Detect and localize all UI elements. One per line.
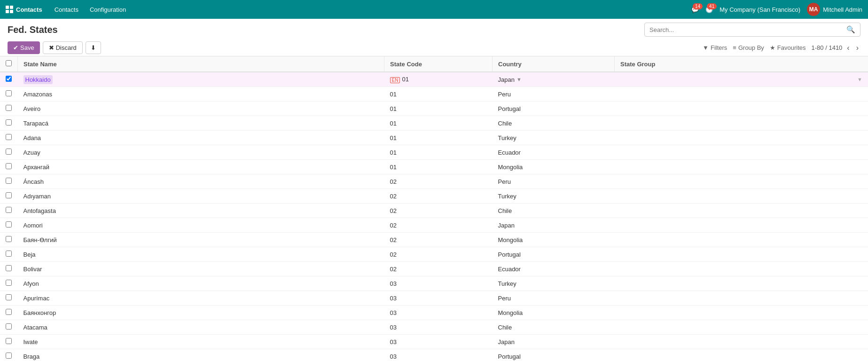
cell-country[interactable]: Chile — [493, 204, 615, 218]
row-checkbox[interactable] — [6, 76, 12, 82]
cell-state-name[interactable]: Hokkaido — [18, 72, 384, 87]
activity-badge[interactable]: 🕐 41 — [705, 6, 713, 13]
cell-country[interactable]: Japan — [493, 335, 615, 349]
cell-state-name[interactable]: Atacama — [18, 320, 384, 335]
row-checkbox[interactable] — [6, 90, 12, 96]
cell-state-group[interactable] — [615, 189, 868, 204]
cell-state-name[interactable]: Apurímac — [18, 291, 384, 306]
app-logo[interactable]: Contacts — [6, 6, 42, 13]
cell-state-group[interactable] — [615, 131, 868, 145]
cell-country[interactable]: Portugal — [493, 102, 615, 116]
row-checkbox[interactable] — [6, 178, 12, 184]
cell-state-group[interactable] — [615, 262, 868, 276]
cell-state-name[interactable]: Iwate — [18, 335, 384, 349]
cell-country[interactable]: Peru — [493, 174, 615, 189]
cell-country[interactable]: Japan — [493, 218, 615, 233]
save-button[interactable]: ✔ Save — [8, 41, 40, 54]
cell-state-group[interactable] — [615, 87, 868, 102]
cell-state-group[interactable] — [615, 160, 868, 174]
cell-state-name[interactable]: Adıyaman — [18, 189, 384, 204]
cell-state-group[interactable] — [615, 306, 868, 320]
cell-country[interactable]: Japan▼ — [493, 72, 615, 87]
cell-country[interactable]: Turkey — [493, 189, 615, 204]
download-button[interactable]: ⬇ — [86, 41, 101, 54]
cell-country[interactable]: Mongolia — [493, 160, 615, 174]
cell-state-name[interactable]: Архангай — [18, 160, 384, 174]
cell-state-group[interactable]: ▼ — [615, 72, 868, 87]
row-checkbox[interactable] — [6, 236, 12, 242]
cell-state-group[interactable] — [615, 349, 868, 361]
country-dropdown[interactable]: Japan▼ — [498, 76, 609, 83]
cell-state-name[interactable]: Azuay — [18, 145, 384, 160]
discard-button[interactable]: ✖ Discard — [43, 41, 83, 54]
messages-badge[interactable]: 💬 14 — [691, 6, 699, 13]
cell-country[interactable]: Peru — [493, 87, 615, 102]
cell-state-group[interactable] — [615, 102, 868, 116]
row-checkbox[interactable] — [6, 265, 12, 271]
cell-state-group[interactable] — [615, 116, 868, 131]
row-checkbox[interactable] — [6, 338, 12, 344]
row-checkbox[interactable] — [6, 119, 12, 126]
cell-country[interactable]: Turkey — [493, 276, 615, 291]
row-checkbox[interactable] — [6, 149, 12, 155]
user-menu[interactable]: MA Mitchell Admin — [807, 3, 862, 16]
cell-state-name[interactable]: Amazonas — [18, 87, 384, 102]
prev-page-button[interactable]: ‹ — [845, 43, 851, 53]
header-country: Country — [493, 56, 615, 72]
cell-state-name[interactable]: Баянхонгор — [18, 306, 384, 320]
cell-state-name[interactable]: Bolivar — [18, 262, 384, 276]
cell-country[interactable]: Mongolia — [493, 233, 615, 247]
cell-country[interactable]: Portugal — [493, 349, 615, 361]
cell-state-group[interactable] — [615, 204, 868, 218]
cell-state-name[interactable]: Áncash — [18, 174, 384, 189]
cell-country[interactable]: Mongolia — [493, 306, 615, 320]
cell-state-name[interactable]: Antofagasta — [18, 204, 384, 218]
cell-state-group[interactable] — [615, 233, 868, 247]
row-checkbox[interactable] — [6, 134, 12, 140]
row-checkbox[interactable] — [6, 251, 12, 257]
row-checkbox[interactable] — [6, 353, 12, 359]
cell-state-name[interactable]: Adana — [18, 131, 384, 145]
row-checkbox[interactable] — [6, 280, 12, 286]
cell-state-code: 03 — [384, 291, 493, 306]
cell-state-group[interactable] — [615, 174, 868, 189]
row-checkbox[interactable] — [6, 163, 12, 169]
row-checkbox[interactable] — [6, 309, 12, 315]
cell-state-name[interactable]: Баян-Өлгий — [18, 233, 384, 247]
next-page-button[interactable]: › — [854, 43, 860, 53]
cell-state-group[interactable] — [615, 276, 868, 291]
row-checkbox[interactable] — [6, 221, 12, 228]
group-by-button[interactable]: ≡ Group By — [733, 44, 764, 51]
favourites-button[interactable]: ★ Favourites — [770, 44, 806, 51]
cell-country[interactable]: Chile — [493, 116, 615, 131]
filters-button[interactable]: ▼ Filters — [703, 44, 727, 51]
cell-country[interactable]: Chile — [493, 320, 615, 335]
nav-contacts[interactable]: Contacts — [50, 4, 83, 15]
cell-state-name[interactable]: Afyon — [18, 276, 384, 291]
row-checkbox[interactable] — [6, 105, 12, 111]
row-checkbox[interactable] — [6, 192, 12, 198]
cell-state-name[interactable]: Aveiro — [18, 102, 384, 116]
select-all-checkbox[interactable] — [6, 60, 12, 66]
cell-country[interactable]: Turkey — [493, 131, 615, 145]
cell-country[interactable]: Ecuador — [493, 145, 615, 160]
cell-state-group[interactable] — [615, 320, 868, 335]
row-checkbox[interactable] — [6, 207, 12, 213]
cell-state-name[interactable]: Aomori — [18, 218, 384, 233]
cell-state-name[interactable]: Braga — [18, 349, 384, 361]
cell-state-group[interactable] — [615, 335, 868, 349]
cell-state-group[interactable] — [615, 218, 868, 233]
cell-state-name[interactable]: Tarapacá — [18, 116, 384, 131]
cell-country[interactable]: Portugal — [493, 247, 615, 262]
cell-country[interactable]: Ecuador — [493, 262, 615, 276]
cell-state-group[interactable] — [615, 145, 868, 160]
cell-state-group[interactable] — [615, 247, 868, 262]
cell-country[interactable]: Peru — [493, 291, 615, 306]
nav-configuration[interactable]: Configuration — [85, 4, 131, 15]
row-checkbox[interactable] — [6, 294, 12, 300]
row-checkbox[interactable] — [6, 323, 12, 330]
cell-state-name[interactable]: Beja — [18, 247, 384, 262]
cell-state-group[interactable] — [615, 291, 868, 306]
company-name[interactable]: My Company (San Francisco) — [719, 6, 800, 13]
search-input[interactable] — [649, 26, 844, 33]
